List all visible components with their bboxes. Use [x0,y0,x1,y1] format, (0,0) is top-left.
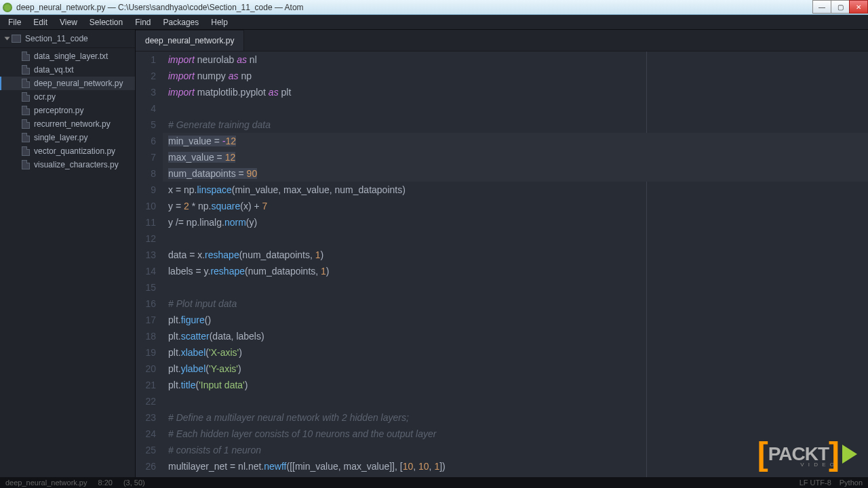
maximize-button[interactable]: ▢ [831,0,850,14]
file-icon [22,92,30,102]
minimize-button[interactable]: — [812,0,831,14]
line-gutter: 1234567891011121314151617181920212223242… [136,52,163,477]
file-icon [22,65,30,75]
status-selection: (3, 50) [123,479,145,487]
tab-bar: deep_neural_network.py [136,30,868,52]
window-title-bar: deep_neural_network.py — C:\Users\sandhy… [0,0,868,15]
atom-app-icon [3,3,12,12]
menu-find[interactable]: Find [130,16,156,28]
menu-edit[interactable]: Edit [28,16,53,28]
menu-selection[interactable]: Selection [84,16,128,28]
editor-pane: deep_neural_network.py 12345678910111213… [136,30,868,477]
file-item[interactable]: perceptron.py [0,104,135,117]
file-item[interactable]: vector_quantization.py [0,144,135,158]
window-title: deep_neural_network.py — C:\Users\sandhy… [16,3,304,12]
status-bar: deep_neural_network.py 8:20 (3, 50) LF U… [0,477,868,488]
file-icon [22,119,30,129]
file-icon [22,79,30,88]
file-label: recurrent_network.py [34,119,111,129]
file-label: data_single_layer.txt [34,52,108,61]
file-item[interactable]: data_vq.txt [0,63,135,77]
project-name: Section_11_code [25,34,88,43]
file-label: single_layer.py [34,133,87,142]
text-editor[interactable]: 1234567891011121314151617181920212223242… [136,52,868,477]
menu-view[interactable]: View [54,16,83,28]
tab-active[interactable]: deep_neural_network.py [136,30,244,51]
sidebar-tree-view[interactable]: Section_11_code data_single_layer.txt da… [0,30,136,477]
packt-watermark: [PACKT] V I D E O [757,443,857,465]
close-button[interactable]: ✕ [849,0,868,14]
folder-icon [12,35,21,43]
menu-bar: File Edit View Selection Find Packages H… [0,15,868,30]
file-label: data_vq.txt [34,65,74,75]
file-icon [22,133,30,142]
play-icon [842,445,857,464]
file-item[interactable]: data_single_layer.txt [0,49,135,63]
file-label: ocr.py [34,92,56,102]
file-icon [22,160,30,169]
file-list: data_single_layer.txt data_vq.txt deep_n… [0,48,135,173]
menu-help[interactable]: Help [205,16,233,28]
status-file[interactable]: deep_neural_network.py [5,479,87,487]
menu-packages[interactable]: Packages [158,16,205,28]
file-item[interactable]: single_layer.py [0,131,135,144]
code-content[interactable]: import neurolab as nl import numpy as np… [163,52,868,477]
file-icon [22,106,30,115]
project-folder[interactable]: Section_11_code [0,30,135,48]
status-encoding[interactable]: LF UTF-8 [800,479,831,487]
file-icon [22,146,30,156]
menu-file[interactable]: File [3,16,26,28]
status-grammar[interactable]: Python [840,479,863,487]
file-icon [22,52,30,61]
file-item[interactable]: recurrent_network.py [0,117,135,131]
file-item-active[interactable]: deep_neural_network.py [0,77,135,90]
file-label: visualize_characters.py [34,160,119,169]
file-label: vector_quantization.py [34,146,115,156]
chevron-down-icon [5,37,10,41]
file-item[interactable]: visualize_characters.py [0,158,135,171]
file-label: deep_neural_network.py [34,79,123,88]
window-controls: — ▢ ✕ [813,0,868,14]
file-item[interactable]: ocr.py [0,90,135,104]
status-cursor[interactable]: 8:20 [98,479,112,487]
file-label: perceptron.py [34,106,83,115]
